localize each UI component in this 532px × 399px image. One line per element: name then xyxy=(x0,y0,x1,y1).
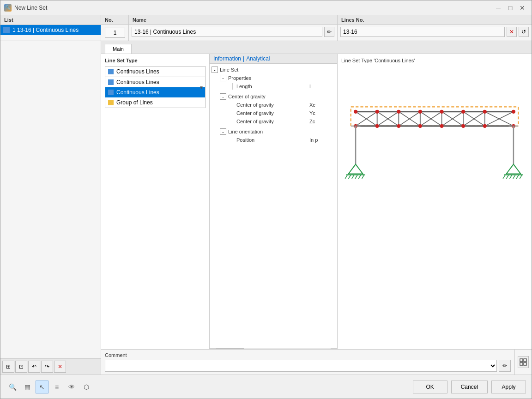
svg-line-53 xyxy=(503,175,505,179)
tree-node-length: Length L xyxy=(212,82,335,91)
tree-toggle-orientation[interactable]: - xyxy=(220,128,226,135)
dropdown-option-1[interactable]: Continuous Lines xyxy=(105,87,205,97)
apply-button[interactable]: Apply xyxy=(491,381,526,393)
cancel-button[interactable]: Cancel xyxy=(451,381,488,393)
name-edit-button[interactable]: ✏ xyxy=(324,27,334,37)
svg-point-36 xyxy=(461,124,465,128)
lines-reset-button[interactable]: ↺ xyxy=(519,27,529,37)
line-set-type-panel: Line Set Type Continuous Lines ▼ Contin xyxy=(101,54,210,349)
comment-input-row: ✏ xyxy=(105,360,511,372)
tab-main[interactable]: Main xyxy=(105,44,132,54)
svg-rect-61 xyxy=(520,363,523,365)
preview-tool-button[interactable] xyxy=(518,356,529,368)
svg-point-29 xyxy=(483,110,487,114)
list-item[interactable]: 1 13-16 | Continuous Lines xyxy=(0,25,101,35)
minimize-button[interactable]: ─ xyxy=(493,2,504,13)
svg-line-49 xyxy=(358,175,361,179)
comment-dropdown[interactable] xyxy=(105,360,497,372)
dropdown-list: Continuous Lines Continuous Lines Group … xyxy=(105,77,206,108)
truss-diagram xyxy=(341,67,528,242)
line-set-type-button[interactable]: Continuous Lines ▼ xyxy=(105,66,206,77)
svg-line-48 xyxy=(355,175,357,179)
eye-tool-button[interactable]: 👁 xyxy=(65,381,78,393)
tree-label-cog: Center of gravity xyxy=(228,94,335,99)
grid-tool-button[interactable]: ▦ xyxy=(21,381,34,393)
lines-input[interactable] xyxy=(340,27,505,37)
close-button[interactable]: ✕ xyxy=(517,2,528,13)
network-tool-button[interactable]: ⬡ xyxy=(80,381,93,393)
dropdown-arrow-icon: ▼ xyxy=(199,85,204,90)
svg-marker-43 xyxy=(349,164,363,174)
no-header: No. xyxy=(101,15,128,25)
info-tab-analytical[interactable]: Analytical xyxy=(246,55,270,62)
svg-line-46 xyxy=(349,175,351,179)
scroll-left-btn[interactable]: ◀ xyxy=(210,348,216,349)
tree-label-length: Length xyxy=(236,84,306,89)
name-panel: Name ✏ xyxy=(129,15,338,41)
no-input[interactable] xyxy=(105,28,125,38)
tree-node-orientation: - Line orientation xyxy=(212,127,335,136)
svg-point-37 xyxy=(483,124,487,128)
scroll-right-btn[interactable]: ▶ xyxy=(331,348,337,349)
tree-container: - Line Set - Properties Leng xyxy=(210,64,337,348)
tree-toggle-lineset[interactable]: - xyxy=(212,66,218,73)
right-content: Main Line Set Type Continuous Lines ▼ xyxy=(101,41,532,375)
tree-node-cog-yc: Center of gravity Yc xyxy=(212,109,335,117)
tree-value-cog-xc: Xc xyxy=(308,102,335,108)
tree-indent-yc xyxy=(228,110,233,116)
svg-point-25 xyxy=(397,110,400,114)
tree-value-cog-yc: Yc xyxy=(308,110,335,116)
dropdown-option-0[interactable]: Continuous Lines xyxy=(105,77,205,87)
table-tool-button[interactable]: ≡ xyxy=(50,381,63,393)
option-0-label: Continuous Lines xyxy=(116,79,159,85)
svg-point-23 xyxy=(354,110,357,114)
comment-edit-button[interactable]: ✏ xyxy=(499,360,511,372)
tree-label-cog-zc: Center of gravity xyxy=(236,119,306,124)
svg-point-34 xyxy=(418,124,422,128)
line-set-type-label: Line Set Type xyxy=(105,58,206,63)
svg-point-26 xyxy=(418,110,422,114)
svg-point-32 xyxy=(375,124,379,128)
sidebar-copy-button[interactable]: ⊞ xyxy=(2,361,14,373)
comment-label: Comment xyxy=(105,352,511,358)
tree-node-position: Position In p xyxy=(212,136,335,144)
footer-actions: OK Cancel Apply xyxy=(413,381,526,393)
tree-label-position: Position xyxy=(236,137,306,143)
info-panel: Information | Analytical - Line Set xyxy=(210,54,338,349)
h-scrollbar[interactable]: ◀ ▶ xyxy=(210,348,337,349)
svg-rect-60 xyxy=(524,359,526,362)
tree-indent-position xyxy=(228,137,233,143)
sidebar-redo-button[interactable]: ↷ xyxy=(41,361,53,373)
svg-line-56 xyxy=(513,175,515,179)
name-input[interactable] xyxy=(132,27,322,37)
svg-line-55 xyxy=(510,175,512,179)
top-section: List 1 13-16 | Continuous Lines No. Name xyxy=(0,15,532,41)
svg-point-28 xyxy=(461,110,465,114)
maximize-button[interactable]: □ xyxy=(505,2,516,13)
search-tool-button[interactable]: 🔍 xyxy=(6,381,19,393)
ok-button[interactable]: OK xyxy=(413,381,447,393)
tree-toggle-properties[interactable]: - xyxy=(220,75,226,81)
dropdown-option-2[interactable]: Group of Lines xyxy=(105,97,205,108)
svg-line-57 xyxy=(516,175,519,179)
dropdown-selected-label: Continuous Lines xyxy=(116,68,159,75)
tree-label-cog-xc: Center of gravity xyxy=(236,102,306,108)
tree-toggle-cog[interactable]: - xyxy=(220,93,226,100)
preview-tool-section xyxy=(515,350,532,375)
main-content: List 1 13-16 | Continuous Lines No. Name xyxy=(0,15,532,375)
main-window: 🔧 New Line Set ─ □ ✕ List 1 13-16 | Cont… xyxy=(0,0,532,399)
sidebar-delete-button[interactable]: ✕ xyxy=(54,361,66,373)
info-header: Information | Analytical xyxy=(210,54,337,64)
scroll-track xyxy=(216,348,331,349)
preview-label: Line Set Type 'Continuous Lines' xyxy=(341,58,528,63)
lines-clear-button[interactable]: ✕ xyxy=(507,27,517,37)
sidebar-undo-button[interactable]: ↶ xyxy=(28,361,40,373)
sidebar-paste-button[interactable]: ⊡ xyxy=(15,361,27,373)
comment-section: Comment ✏ xyxy=(101,350,515,375)
option-1-label: Continuous Lines xyxy=(116,89,159,96)
info-tab-info[interactable]: Information xyxy=(213,55,241,62)
left-sidebar: ⊞ ⊡ ↶ ↷ ✕ xyxy=(0,41,101,375)
cursor-tool-button[interactable]: ↖ xyxy=(36,381,48,393)
lines-row: ✕ ↺ xyxy=(338,25,532,39)
scroll-thumb[interactable] xyxy=(216,348,244,349)
